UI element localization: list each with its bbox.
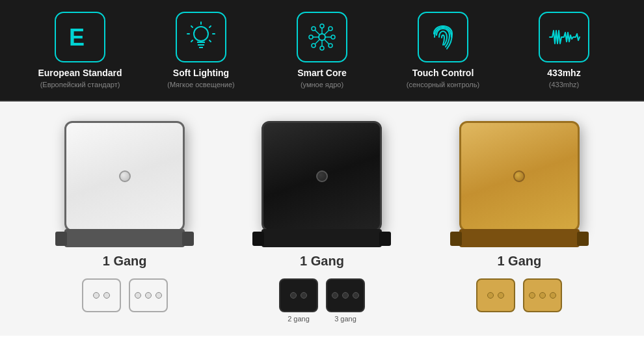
variant-dot-3 — [135, 292, 141, 299]
product-black-label: 1 Gang — [300, 254, 344, 269]
switch-black-dot — [316, 170, 328, 182]
smart-core-subtitle: (умное ядро) — [301, 81, 343, 88]
svg-line-17 — [315, 30, 319, 34]
products-section: 1 Gang — [0, 101, 644, 336]
svg-point-28 — [312, 44, 315, 47]
variant-gold-3gang-box — [523, 278, 562, 312]
switch-black-wrapper — [262, 121, 382, 247]
smart-core-icon-box — [297, 12, 347, 62]
variant-dot-4 — [145, 292, 152, 299]
svg-line-6 — [209, 26, 211, 27]
switch-white-panel — [64, 121, 185, 232]
svg-point-12 — [319, 34, 325, 40]
svg-point-25 — [312, 27, 315, 31]
european-standard-icon-box: E — [55, 12, 105, 62]
switch-white-dot — [119, 170, 131, 182]
switch-black-base — [262, 229, 382, 247]
433mhz-title: 433mhz — [547, 68, 580, 78]
product-gold-variants — [476, 278, 562, 312]
variant-gold-dot-4 — [539, 292, 546, 299]
variant-black-3gang-box — [326, 278, 365, 312]
variant-gold-dot-1 — [487, 292, 494, 299]
variant-white-3gang-box — [129, 278, 168, 312]
feature-433mhz: 433mhz (433mhz) — [515, 12, 613, 88]
variant-black-2gang-label: 2 gang — [288, 315, 310, 323]
svg-point-26 — [329, 44, 332, 47]
variant-black-3gang: 3 gang — [326, 278, 365, 323]
switch-black-panel — [262, 121, 382, 232]
european-standard-subtitle: (Европейский стандарт) — [40, 81, 120, 88]
variant-black-2gang: 2 gang — [279, 278, 318, 323]
touch-control-title: Touch Control — [412, 68, 474, 78]
fingerprint-icon — [427, 21, 459, 53]
feature-soft-lighting: Soft Lighting (Мягкое освещение) — [152, 12, 250, 88]
bulb-icon — [185, 21, 217, 53]
soft-lighting-title: Soft Lighting — [173, 68, 229, 78]
switch-white-wrapper — [64, 121, 185, 247]
wave-icon — [548, 21, 580, 53]
svg-line-11 — [191, 40, 193, 42]
variant-dot-1 — [93, 292, 100, 299]
svg-point-27 — [329, 27, 332, 31]
product-white: 1 Gang — [31, 121, 219, 312]
variant-gold-3gang — [523, 278, 562, 312]
product-black-variants: 2 gang 3 gang — [279, 278, 365, 323]
svg-line-18 — [325, 40, 329, 44]
feature-bar: E European Standard (Европейский стандар… — [0, 0, 644, 101]
product-black: 1 Gang 2 gang 3 gang — [228, 121, 416, 323]
touch-control-icon-box — [418, 12, 468, 62]
variant-black-3gang-label: 3 gang — [334, 315, 356, 323]
variant-black-dot-2 — [301, 292, 307, 299]
switch-gold-dot — [513, 170, 525, 182]
switch-white-base — [64, 229, 185, 247]
svg-line-19 — [325, 30, 329, 34]
svg-line-8 — [191, 26, 193, 27]
network-icon — [306, 21, 338, 53]
variant-white-2gang — [82, 278, 121, 312]
soft-lighting-icon-box — [176, 12, 226, 62]
variant-dot-5 — [155, 292, 162, 299]
variant-gold-dot-2 — [498, 292, 504, 299]
switch-gold-base — [459, 229, 580, 247]
product-gold: 1 Gang — [425, 121, 613, 312]
svg-line-10 — [209, 40, 211, 42]
feature-touch-control: Touch Control (сенсорный контроль) — [394, 12, 492, 88]
variant-black-dot-1 — [290, 292, 297, 299]
feature-smart-core: Smart Core (умное ядро) — [273, 12, 371, 88]
variant-gold-2gang-box — [476, 278, 515, 312]
variant-white-3gang — [129, 278, 168, 312]
svg-text:E: E — [69, 24, 85, 51]
product-white-label: 1 Gang — [103, 254, 147, 269]
variant-black-2gang-box — [279, 278, 318, 312]
variant-black-dot-3 — [332, 292, 338, 299]
variant-dot-2 — [103, 292, 110, 299]
switch-gold-panel — [459, 121, 580, 232]
variant-black-dot-5 — [353, 292, 359, 299]
variant-gold-2gang — [476, 278, 515, 312]
433mhz-subtitle: (433mhz) — [549, 81, 579, 88]
switch-gold-wrapper — [459, 121, 580, 247]
product-white-variants — [82, 278, 168, 312]
product-gold-label: 1 Gang — [497, 254, 541, 269]
svg-point-1 — [194, 27, 208, 41]
variant-white-2gang-box — [82, 278, 121, 312]
soft-lighting-subtitle: (Мягкое освещение) — [167, 81, 235, 88]
variant-gold-dot-3 — [529, 292, 535, 299]
variant-black-dot-4 — [342, 292, 349, 299]
letter-e-icon: E — [64, 21, 96, 53]
european-standard-title: European Standard — [38, 68, 122, 78]
433mhz-icon-box — [539, 12, 589, 62]
touch-control-subtitle: (сенсорный контроль) — [407, 81, 479, 88]
svg-line-20 — [315, 40, 319, 44]
feature-european-standard: E European Standard (Европейский стандар… — [31, 12, 129, 88]
smart-core-title: Smart Core — [297, 68, 346, 78]
variant-gold-dot-5 — [550, 292, 556, 299]
